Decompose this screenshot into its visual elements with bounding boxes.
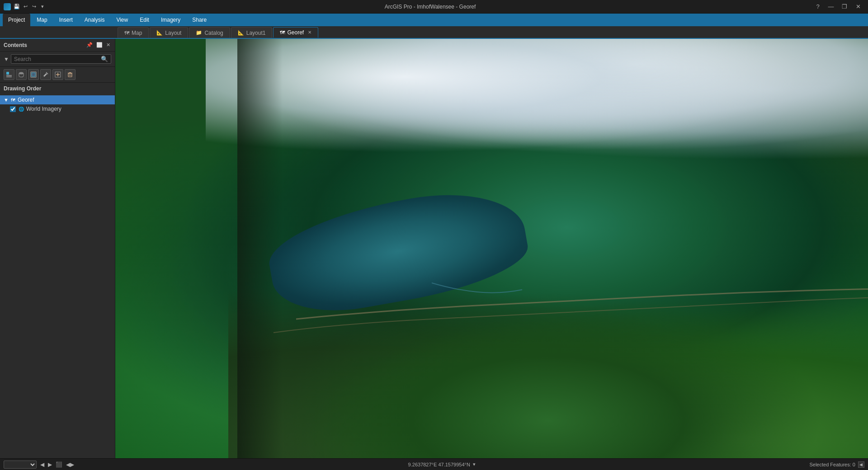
georef-tab-icon: 🗺 bbox=[280, 30, 285, 35]
app-icon bbox=[4, 3, 11, 10]
main-layout: Contents 📌 ⬜ ✕ ▼ 🔍 bbox=[0, 39, 868, 458]
search-button[interactable]: 🔍 bbox=[101, 56, 108, 62]
layer-list: ▼ 🗺 Georef 🌐 World Imagery bbox=[0, 95, 115, 458]
window-title: ArcGIS Pro - ImhofWalensee - Georef bbox=[385, 4, 476, 10]
view-tab-layout1[interactable]: 📐 Layout1 bbox=[231, 27, 273, 38]
undo-icon[interactable]: ↩ bbox=[22, 4, 28, 10]
layout1-tab-label: Layout1 bbox=[246, 30, 266, 36]
georef-group[interactable]: ▼ 🗺 Georef bbox=[0, 95, 115, 104]
view-tab-georef[interactable]: 🗺 Georef ✕ bbox=[273, 27, 318, 38]
navigation-icon-4[interactable]: ◀▶ bbox=[66, 461, 74, 468]
navigation-icon-2[interactable]: ▶ bbox=[48, 461, 52, 468]
remove-btn[interactable] bbox=[65, 69, 75, 80]
catalog-tab-icon: 📁 bbox=[196, 30, 202, 36]
world-imagery-checkbox[interactable] bbox=[10, 106, 16, 112]
save-icon[interactable]: 💾 bbox=[14, 4, 20, 10]
contents-actions: 📌 ⬜ ✕ bbox=[85, 41, 111, 49]
add-preset-btn[interactable] bbox=[52, 69, 63, 80]
quick-access-toolbar: 💾 ↩ ↪ ▾ bbox=[14, 4, 46, 10]
minimize-button[interactable]: — bbox=[825, 2, 837, 12]
list-data-source-btn[interactable] bbox=[16, 69, 27, 80]
georef-tab-close[interactable]: ✕ bbox=[308, 30, 311, 35]
contents-header: Contents 📌 ⬜ ✕ bbox=[0, 39, 115, 52]
tab-insert[interactable]: Insert bbox=[54, 14, 78, 26]
map-area[interactable] bbox=[115, 39, 868, 458]
dark-overlay bbox=[237, 39, 283, 458]
search-input[interactable] bbox=[14, 56, 101, 62]
tab-share[interactable]: Share bbox=[187, 14, 212, 26]
ribbon-menubar: Project Map Insert Analysis View Edit Im… bbox=[0, 14, 868, 26]
drawing-order-section: Drawing Order bbox=[0, 83, 115, 95]
tab-imagery[interactable]: Imagery bbox=[156, 14, 186, 26]
map-tab-icon: 🗺 bbox=[124, 30, 129, 36]
catalog-tab-label: Catalog bbox=[204, 30, 223, 36]
tab-map[interactable]: Map bbox=[31, 14, 52, 26]
georef-group-icon: 🗺 bbox=[11, 98, 15, 103]
filter-icon: ▼ bbox=[4, 56, 9, 62]
close-panel-icon[interactable]: ✕ bbox=[105, 41, 111, 49]
svg-rect-1 bbox=[6, 75, 12, 76]
svg-rect-2 bbox=[6, 76, 12, 77]
window-controls: ? — ❐ ✕ bbox=[815, 2, 864, 12]
expand-panel-btn[interactable]: ◀ bbox=[858, 461, 864, 468]
scale-selector[interactable]: 1:30,687 bbox=[4, 461, 37, 469]
pin-icon[interactable]: 📌 bbox=[85, 41, 94, 49]
view-tab-catalog[interactable]: 📁 Catalog bbox=[189, 27, 230, 38]
titlebar: 💾 ↩ ↪ ▾ ArcGIS Pro - ImhofWalensee - Geo… bbox=[0, 0, 868, 14]
restore-button[interactable]: ❐ bbox=[838, 2, 851, 12]
list-editing-btn[interactable] bbox=[40, 69, 51, 80]
navigation-icon-1[interactable]: ◀ bbox=[40, 461, 44, 468]
svg-point-3 bbox=[19, 72, 24, 75]
group-expand-icon: ▼ bbox=[4, 97, 9, 103]
help-button[interactable]: ? bbox=[815, 4, 821, 10]
float-icon[interactable]: ⬜ bbox=[95, 41, 104, 49]
georef-group-label: Georef bbox=[18, 97, 34, 103]
contents-panel: Contents 📌 ⬜ ✕ ▼ 🔍 bbox=[0, 39, 115, 458]
world-imagery-label: World Imagery bbox=[26, 106, 61, 112]
close-button[interactable]: ✕ bbox=[852, 2, 864, 12]
tabbar: 🗺 Map 📐 Layout 📁 Catalog 📐 Layout1 🗺 Geo… bbox=[0, 26, 868, 39]
navigation-icon-3[interactable]: ⬛ bbox=[56, 461, 62, 468]
search-input-wrapper: 🔍 bbox=[11, 54, 111, 64]
contents-toolbar bbox=[0, 67, 115, 83]
view-tab-map[interactable]: 🗺 Map bbox=[118, 27, 149, 38]
tab-project[interactable]: Project bbox=[3, 14, 30, 26]
coordinates-dropdown[interactable]: ▾ bbox=[473, 461, 476, 467]
list-drawing-order-btn[interactable] bbox=[4, 69, 14, 80]
svg-rect-5 bbox=[32, 73, 35, 76]
map-tab-label: Map bbox=[132, 30, 142, 36]
layout-tab-icon: 📐 bbox=[156, 30, 163, 36]
redo-icon[interactable]: ↪ bbox=[31, 4, 37, 10]
layout-tab-label: Layout bbox=[165, 30, 181, 36]
world-imagery-layer[interactable]: 🌐 World Imagery bbox=[0, 104, 115, 113]
layout1-tab-icon: 📐 bbox=[238, 30, 244, 36]
statusbar-right: Selected Features: 0 ◀ bbox=[809, 461, 864, 468]
svg-rect-10 bbox=[68, 74, 72, 77]
tab-analysis[interactable]: Analysis bbox=[79, 14, 110, 26]
list-selection-btn[interactable] bbox=[28, 69, 39, 80]
tab-view[interactable]: View bbox=[111, 14, 133, 26]
search-bar: ▼ 🔍 bbox=[0, 52, 115, 67]
world-imagery-icon: 🌐 bbox=[19, 107, 24, 112]
georef-tab-label: Georef bbox=[287, 29, 304, 36]
statusbar-left: 1:30,687 1:30,687 ◀ ▶ ⬛ ◀▶ bbox=[4, 461, 74, 469]
selected-features-label: Selected Features: 0 bbox=[809, 462, 855, 467]
svg-rect-0 bbox=[6, 72, 9, 75]
statusbar: 1:30,687 1:30,687 ◀ ▶ ⬛ ◀▶ 9.2637827°E 4… bbox=[0, 458, 868, 470]
view-tab-layout[interactable]: 📐 Layout bbox=[150, 27, 188, 38]
drawing-order-label: Drawing Order bbox=[4, 85, 111, 92]
customize-icon[interactable]: ▾ bbox=[39, 4, 46, 10]
titlebar-left: 💾 ↩ ↪ ▾ bbox=[4, 3, 46, 10]
tab-edit[interactable]: Edit bbox=[134, 14, 155, 26]
coordinates-display: 9.2637827°E 47.1579954°N bbox=[408, 462, 470, 467]
cloud-layer bbox=[206, 39, 868, 165]
contents-title: Contents bbox=[4, 42, 27, 48]
statusbar-center: 9.2637827°E 47.1579954°N ▾ bbox=[408, 461, 476, 467]
map-canvas bbox=[115, 39, 868, 458]
